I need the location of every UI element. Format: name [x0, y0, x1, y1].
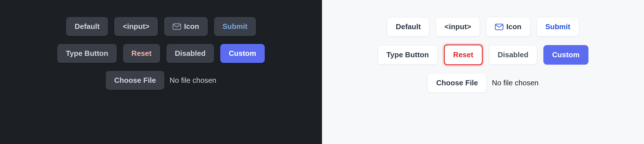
default-button[interactable]: Default — [66, 17, 108, 36]
default-button[interactable]: Default — [387, 17, 429, 37]
submit-button[interactable]: Submit — [214, 17, 256, 36]
mail-icon — [173, 23, 181, 30]
light-panel: Default <input> Icon Submit Type Button … — [322, 0, 644, 144]
file-row: Choose File No file chosen — [106, 71, 216, 90]
row-1: Default <input> Icon Submit — [66, 17, 256, 36]
custom-button[interactable]: Custom — [543, 45, 588, 65]
mail-icon — [495, 24, 503, 30]
input-button[interactable]: <input> — [436, 17, 480, 37]
type-button[interactable]: Type Button — [378, 45, 438, 65]
dark-panel: Default <input> Icon Submit Type Button … — [0, 0, 322, 144]
icon-button[interactable]: Icon — [486, 17, 530, 37]
file-status: No file chosen — [169, 76, 216, 85]
submit-button[interactable]: Submit — [537, 17, 579, 37]
custom-button[interactable]: Custom — [220, 44, 265, 63]
choose-file-button[interactable]: Choose File — [427, 73, 487, 93]
icon-button-label: Icon — [184, 22, 199, 31]
icon-button[interactable]: Icon — [164, 17, 207, 36]
disabled-button[interactable]: Disabled — [489, 45, 537, 65]
file-status: No file chosen — [491, 79, 539, 87]
file-row: Choose File No file chosen — [427, 73, 539, 93]
reset-button[interactable]: Reset — [123, 44, 160, 63]
row-2: Type Button Reset Disabled Custom — [378, 45, 588, 65]
disabled-button[interactable]: Disabled — [166, 44, 214, 63]
choose-file-button[interactable]: Choose File — [106, 71, 164, 90]
input-button[interactable]: <input> — [114, 17, 158, 36]
type-button[interactable]: Type Button — [57, 44, 117, 63]
icon-button-label: Icon — [506, 22, 521, 31]
row-1: Default <input> Icon Submit — [387, 17, 579, 37]
reset-button[interactable]: Reset — [444, 45, 483, 65]
row-2: Type Button Reset Disabled Custom — [57, 44, 265, 63]
